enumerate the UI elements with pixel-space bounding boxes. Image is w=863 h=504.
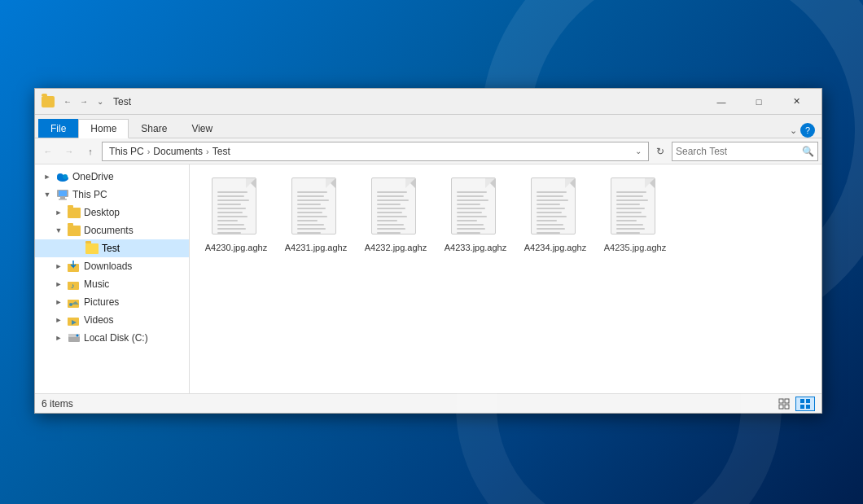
tab-home[interactable]: Home [78, 119, 129, 138]
expand-arrow-desktop[interactable]: ► [53, 207, 64, 218]
refresh-button[interactable]: ↻ [651, 142, 670, 161]
file-item[interactable]: A4234.jpg.aghz [519, 174, 592, 256]
path-sep-2: › [206, 147, 209, 156]
svg-rect-22 [785, 399, 789, 403]
svg-rect-4 [59, 191, 67, 196]
quick-access-back[interactable]: ← [61, 95, 74, 108]
file-icon-body [371, 177, 416, 234]
view-buttons [774, 397, 815, 411]
file-icon [611, 177, 659, 239]
videos-folder-icon [68, 313, 81, 327]
expand-arrow-videos[interactable]: ► [53, 314, 64, 326]
file-lines [457, 191, 490, 234]
file-name: A4234.jpg.aghz [524, 242, 586, 253]
svg-rect-28 [806, 405, 810, 409]
sidebar-item-documents[interactable]: ▼ Documents [35, 221, 189, 239]
forward-button[interactable]: → [59, 142, 79, 161]
tab-share[interactable]: Share [129, 119, 179, 138]
path-sep-1: › [147, 147, 151, 156]
computer-icon [56, 188, 69, 201]
expand-arrow-downloads[interactable]: ► [53, 261, 64, 272]
file-icon-body [611, 177, 655, 234]
sidebar-item-pictures[interactable]: ► Pictures [35, 293, 189, 311]
expand-arrow-documents[interactable]: ▼ [53, 225, 64, 236]
sidebar-item-music[interactable]: ► ♪ Music [35, 275, 189, 293]
svg-point-20 [77, 335, 79, 337]
maximize-button[interactable]: □ [740, 89, 778, 115]
svg-text:♪: ♪ [71, 282, 75, 290]
sidebar-item-thispc[interactable]: ▼ This PC [35, 186, 189, 204]
ribbon-help-button[interactable]: ? [800, 123, 815, 138]
window-title: Test [113, 96, 703, 107]
sidebar-label-onedrive: OneDrive [72, 171, 114, 182]
file-area: A4230.jpg.aghz A4231.jpg.aghz A4232.jpg.… [190, 164, 821, 393]
sidebar-item-desktop[interactable]: ► Desktop [35, 204, 189, 221]
tab-view[interactable]: View [179, 119, 225, 138]
file-icon [291, 177, 340, 239]
file-item[interactable]: A4235.jpg.aghz [598, 174, 672, 256]
file-item[interactable]: A4230.jpg.aghz [199, 174, 273, 256]
view-largeicons-button[interactable] [795, 397, 815, 411]
file-icon-body [531, 177, 576, 234]
disk-icon [68, 331, 81, 344]
ribbon: File Home Share View ⌄ ? [35, 115, 821, 138]
path-documents[interactable]: Documents [153, 146, 203, 157]
back-button[interactable]: ← [38, 142, 58, 161]
svg-rect-5 [60, 197, 65, 199]
expand-arrow-onedrive[interactable]: ► [42, 171, 53, 182]
search-icon[interactable]: 🔍 [802, 146, 814, 157]
file-item[interactable]: A4231.jpg.aghz [279, 174, 353, 256]
svg-rect-27 [800, 405, 804, 409]
window-controls: — □ ✕ [703, 89, 815, 115]
address-bar: ← → ↑ This PC › Documents › Test ⌄ ↻ 🔍 [35, 138, 821, 164]
file-lines [297, 191, 331, 234]
pictures-folder-icon [68, 296, 81, 309]
sidebar-item-localdisk[interactable]: ► Local Disk (C:) [35, 329, 189, 347]
close-button[interactable]: ✕ [778, 89, 815, 115]
sidebar-item-test[interactable]: Test [35, 239, 189, 257]
path-dropdown-arrow[interactable]: ⌄ [635, 147, 642, 156]
expand-arrow-pictures[interactable]: ► [53, 296, 64, 308]
svg-rect-6 [59, 199, 67, 200]
file-lines [537, 191, 570, 234]
ribbon-collapse-button[interactable]: ⌄ [790, 125, 797, 136]
file-name: A4231.jpg.aghz [285, 242, 347, 253]
sidebar-label-pictures: Pictures [84, 296, 119, 308]
sidebar-item-videos[interactable]: ► Videos [35, 311, 189, 329]
file-icon [371, 177, 420, 239]
file-lines [217, 191, 251, 234]
title-bar: ← → ⌄ Test — □ ✕ [35, 89, 821, 115]
file-item[interactable]: A4232.jpg.aghz [359, 174, 432, 256]
tab-file[interactable]: File [38, 119, 78, 138]
search-input[interactable] [676, 146, 799, 157]
sidebar-label-desktop: Desktop [84, 207, 120, 218]
quick-access-forward[interactable]: → [77, 95, 90, 108]
expand-arrow-music[interactable]: ► [53, 278, 64, 290]
minimize-button[interactable]: — [703, 89, 740, 115]
up-button[interactable]: ↑ [81, 142, 100, 161]
documents-folder-icon [68, 224, 81, 237]
file-item[interactable]: A4233.jpg.aghz [439, 174, 512, 256]
svg-rect-21 [779, 399, 783, 403]
expand-arrow-thispc[interactable]: ▼ [42, 189, 53, 200]
item-count: 6 items [42, 398, 73, 410]
quick-access-down[interactable]: ⌄ [94, 95, 107, 108]
file-lines [377, 191, 410, 234]
music-folder-icon: ♪ [68, 278, 81, 291]
file-icon-body [291, 177, 336, 234]
sidebar-item-downloads[interactable]: ► Downloads [35, 257, 189, 275]
search-box[interactable]: 🔍 [672, 142, 818, 161]
sidebar-item-onedrive[interactable]: ► OneDrive [35, 168, 189, 186]
file-lines [616, 191, 650, 234]
view-grid-button[interactable] [774, 397, 794, 411]
file-name: A4235.jpg.aghz [604, 242, 666, 253]
path-this-pc[interactable]: This PC [109, 146, 144, 157]
sidebar-label-videos: Videos [84, 314, 113, 326]
main-area: ► OneDrive ▼ [35, 164, 821, 393]
file-icon-body [212, 177, 256, 234]
expand-arrow-localdisk[interactable]: ► [53, 332, 64, 344]
sidebar-label-test: Test [102, 243, 120, 254]
window-folder-icon [42, 96, 55, 107]
path-test[interactable]: Test [212, 146, 230, 157]
address-path[interactable]: This PC › Documents › Test ⌄ [102, 142, 649, 161]
